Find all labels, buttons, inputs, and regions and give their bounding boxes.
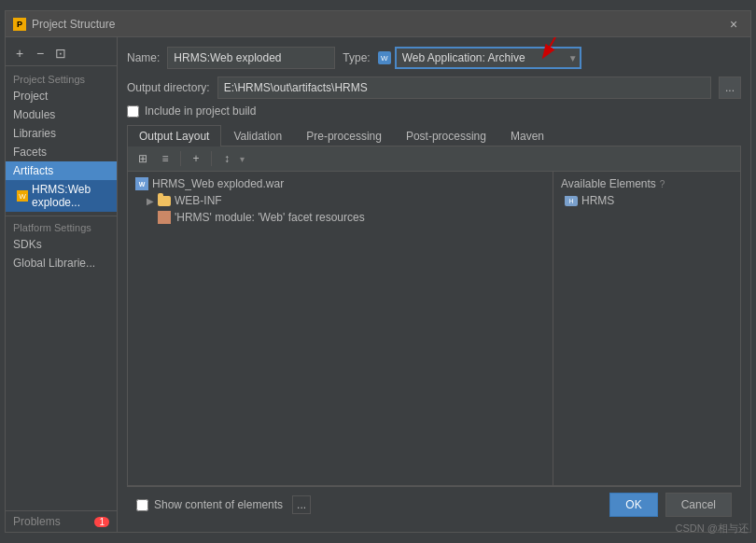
output-dir-input[interactable] bbox=[217, 77, 711, 99]
tab-post-processing[interactable]: Post-processing bbox=[394, 125, 498, 146]
layout-main: W HRMS_Web exploded.war ▶ WEB-INF 'HRMS'… bbox=[128, 172, 740, 485]
tab-validation[interactable]: Validation bbox=[221, 125, 294, 146]
tabs-bar: Output Layout Validation Pre-processing … bbox=[127, 125, 741, 146]
show-content-row: Show content of elements ... bbox=[136, 495, 602, 514]
artifacts-tree-selected[interactable]: W HRMS:Web explode... bbox=[6, 180, 117, 212]
available-item-hrms[interactable]: H HRMS bbox=[557, 192, 736, 209]
output-directory-row: Output directory: ... bbox=[127, 77, 741, 99]
content-area: ⊞ ≡ + ↕ ▾ W HRMS_Web exploded.w bbox=[127, 146, 741, 486]
bottom-bar: Show content of elements ... OK Cancel bbox=[127, 486, 741, 522]
tab-pre-processing[interactable]: Pre-processing bbox=[294, 125, 394, 146]
close-button[interactable]: × bbox=[724, 15, 743, 34]
main-content: Name: Type: W Web Application: Archive ▼ bbox=[118, 37, 750, 532]
toolbar-separator bbox=[180, 151, 181, 166]
sidebar-item-libraries[interactable]: Libraries bbox=[6, 124, 117, 143]
layout-tree: W HRMS_Web exploded.war ▶ WEB-INF 'HRMS'… bbox=[128, 172, 553, 485]
content-panel: ⊞ ≡ + ↕ ▾ W HRMS_Web exploded.w bbox=[128, 146, 740, 485]
output-dir-label: Output directory: bbox=[127, 81, 210, 94]
include-checkbox[interactable] bbox=[127, 105, 139, 118]
show-content-label[interactable]: Show content of elements bbox=[154, 498, 283, 511]
watermark: CSDN @相与还 bbox=[676, 522, 749, 536]
name-type-row: Name: Type: W Web Application: Archive ▼ bbox=[127, 47, 741, 69]
module-icon bbox=[158, 211, 171, 224]
tree-item-webinf[interactable]: ▶ WEB-INF bbox=[128, 192, 553, 209]
toolbar-separator2 bbox=[211, 151, 212, 166]
output-browse-button[interactable]: ... bbox=[719, 77, 741, 99]
project-structure-dialog: P Project Structure × + − ⊡ Project Sett… bbox=[5, 10, 751, 533]
dropdown-arrow: ▾ bbox=[240, 154, 245, 164]
war-file-icon: W bbox=[135, 177, 148, 190]
remove-artifact-button[interactable]: − bbox=[32, 45, 49, 62]
sidebar-item-modules[interactable]: Modules bbox=[6, 105, 117, 124]
type-label: Type: bbox=[343, 51, 370, 64]
tab-maven[interactable]: Maven bbox=[498, 125, 556, 146]
show-content-options-button[interactable]: ... bbox=[292, 495, 311, 514]
tree-item-module[interactable]: 'HRMS' module: 'Web' facet resources bbox=[128, 209, 553, 226]
title-bar: P Project Structure × bbox=[6, 11, 750, 37]
sidebar-item-project[interactable]: Project bbox=[6, 87, 117, 105]
platform-settings-label: Platform Settings bbox=[6, 216, 117, 235]
type-select[interactable]: Web Application: Archive bbox=[395, 47, 581, 69]
expand-icon: ▶ bbox=[147, 196, 154, 206]
type-select-container: W Web Application: Archive ▼ bbox=[378, 47, 581, 69]
sidebar-item-facets[interactable]: Facets bbox=[6, 143, 117, 161]
type-select-wrapper: Web Application: Archive ▼ bbox=[395, 47, 581, 69]
sidebar-item-global-libraries[interactable]: Global Librarie... bbox=[6, 254, 117, 272]
dialog-body: + − ⊡ Project Settings Project Modules L… bbox=[6, 37, 750, 532]
sidebar: + − ⊡ Project Settings Project Modules L… bbox=[6, 37, 118, 532]
problems-section: Problems 1 bbox=[6, 510, 117, 532]
include-checkbox-row: Include in project build bbox=[127, 104, 741, 118]
add-artifact-button[interactable]: + bbox=[11, 45, 28, 62]
title-bar-left: P Project Structure bbox=[13, 18, 115, 31]
hrms-folder-icon: H bbox=[565, 196, 578, 206]
name-label: Name: bbox=[127, 51, 160, 64]
include-label[interactable]: Include in project build bbox=[145, 104, 256, 118]
name-input[interactable] bbox=[167, 47, 335, 69]
sidebar-item-artifacts[interactable]: Artifacts bbox=[6, 161, 117, 180]
layout-toolbar: ⊞ ≡ + ↕ ▾ bbox=[128, 146, 740, 172]
dialog-icon: P bbox=[13, 18, 26, 31]
sidebar-item-sdks[interactable]: SDKs bbox=[6, 235, 117, 254]
available-elements-panel: Available Elements ? H HRMS bbox=[553, 172, 740, 485]
available-elements-title: Available Elements ? bbox=[557, 175, 736, 192]
problems-badge: 1 bbox=[94, 517, 109, 527]
show-content-checkbox[interactable] bbox=[136, 499, 148, 511]
layout-list-button[interactable]: ≡ bbox=[156, 149, 175, 168]
layout-grid-button[interactable]: ⊞ bbox=[133, 149, 152, 168]
tree-item-war[interactable]: W HRMS_Web exploded.war bbox=[128, 175, 553, 192]
sidebar-toolbar: + − ⊡ bbox=[6, 41, 117, 66]
dialog-title: Project Structure bbox=[32, 18, 115, 31]
tab-output-layout[interactable]: Output Layout bbox=[127, 125, 221, 146]
project-settings-label: Project Settings bbox=[6, 70, 117, 87]
copy-artifact-button[interactable]: ⊡ bbox=[52, 45, 69, 62]
folder-icon bbox=[158, 196, 171, 206]
artifact-icon: W bbox=[17, 190, 28, 202]
problems-label: Problems bbox=[13, 515, 61, 528]
help-icon: ? bbox=[660, 179, 665, 189]
layout-add-button[interactable]: + bbox=[187, 149, 205, 168]
layout-sort-button[interactable]: ↕ bbox=[217, 149, 236, 168]
ok-button[interactable]: OK bbox=[609, 493, 657, 517]
type-icon: W bbox=[378, 51, 391, 64]
cancel-button[interactable]: Cancel bbox=[665, 493, 732, 517]
